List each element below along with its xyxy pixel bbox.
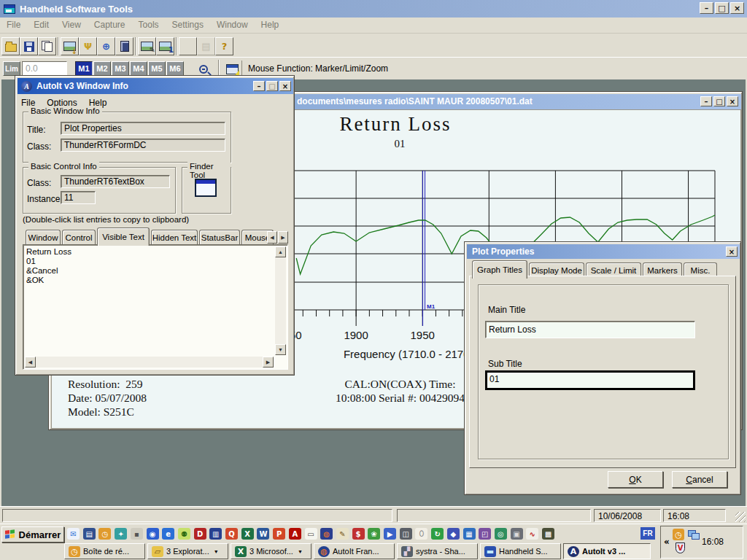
list-vscrollbar[interactable]: ▲ ▼ [275,246,286,355]
plot-info-button[interactable]: 1 [156,37,174,55]
help-button[interactable]: ? [215,37,233,55]
zoom-out-button[interactable] [194,61,213,77]
powerpoint-icon[interactable]: P [273,528,285,540]
tray-antivirus-icon[interactable]: V [676,542,685,553]
window-class-field[interactable]: ThunderRT6FormDC [61,139,225,152]
outlook-express-icon[interactable]: ✉ [67,528,80,540]
taskbar-button-2[interactable]: ▱3 Explorat...▼ [147,543,228,559]
word-icon[interactable]: W [257,528,269,540]
instance-field[interactable]: 11 [61,191,96,204]
start-button[interactable]: Démarrer [1,526,64,542]
capture-icon[interactable]: ▣ [511,528,523,540]
doc-restore-button[interactable]: □ [713,96,725,106]
doc-close-button[interactable]: × [727,96,738,106]
close-button[interactable]: × [730,2,744,14]
scroll-left-button[interactable]: ◀ [25,357,36,368]
main-title-input[interactable]: Return Loss [485,321,695,338]
visible-text-list[interactable]: Return Loss 01 &Cancel &OK ▲ ▼ ◀ ▶ [23,244,288,370]
paint-icon[interactable]: ✎ [336,528,349,540]
language-badge[interactable]: FR [640,527,655,540]
media-player-icon[interactable]: ◉ [147,528,159,540]
print-preview-button[interactable]: ▤ [197,37,215,55]
capture-trace-button[interactable]: ↓ [61,37,79,55]
money-icon[interactable]: $ [352,528,365,540]
autoit-tab-window[interactable]: Window [26,230,61,245]
list-hscrollbar[interactable]: ◀ ▶ [25,357,274,368]
marker-button-m3[interactable]: M3 [112,61,129,76]
tray-network-icon[interactable] [688,529,700,541]
tab-scroll-left[interactable]: ◀ [267,231,277,244]
antenna-tool-button[interactable]: Ψ [79,37,97,55]
autoit-close-button[interactable]: × [279,81,291,91]
scroll-down-button[interactable]: ▼ [275,344,286,355]
msn-icon[interactable]: ✦ [115,528,127,540]
print-button[interactable] [179,37,197,55]
messenger-icon[interactable]: ⚉ [178,528,190,540]
menu-edit[interactable]: Edit [27,18,55,32]
taskbar-button-6[interactable]: ▬Handheld S... [480,543,561,559]
nature-icon[interactable]: ❀ [368,528,380,540]
autoit-minimize-button[interactable]: – [253,81,265,91]
autoit-tab-control[interactable]: Control [62,230,96,245]
winamp-icon[interactable]: ◆ [447,528,460,540]
taskbar-button-3[interactable]: X3 Microsof...▼ [231,543,311,559]
taskbar-button-4[interactable]: ◍AutoIt Fran... [314,543,395,559]
tray-time[interactable]: 16:08 [702,537,724,547]
console-icon[interactable]: ▥ [209,528,222,540]
photo-icon[interactable]: ◰ [479,528,491,540]
autoit-maximize-button[interactable]: □ [266,81,278,91]
dwg-viewer-icon[interactable]: D [194,528,206,540]
menu-window[interactable]: Window [210,18,255,32]
taskbar-button-5[interactable]: ▞systra - Sha... [397,543,478,559]
ok-button[interactable]: OK [608,471,663,488]
taskbar-button-7[interactable]: AAutoIt v3 ... [563,543,651,559]
sub-title-input[interactable]: 01 [485,370,695,390]
marker-button-m4[interactable]: M4 [130,61,147,76]
scroll-right-button[interactable]: ▶ [263,357,274,368]
menu-view[interactable]: View [55,18,88,32]
internet-explorer-icon[interactable]: e [162,528,174,540]
egg-icon[interactable]: ⬯ [415,528,427,540]
minimize-button[interactable]: – [700,2,713,14]
player2-icon[interactable]: ▶ [384,528,396,540]
limit-value-input[interactable]: 0.0 [22,61,67,76]
globe-search-icon[interactable]: ◎ [495,528,507,540]
menu-settings[interactable]: Settings [166,18,210,32]
save-button[interactable] [20,37,38,55]
marker-button-m5[interactable]: M5 [148,61,166,76]
marker-button-m1[interactable]: M1 [75,61,93,76]
plot-properties-close-button[interactable]: × [726,246,738,257]
tray-clock-icon[interactable]: ◷ [673,529,684,540]
autoit-titlebar[interactable]: A AutoIt v3 Window Info – □ × [18,78,293,94]
resize-grip[interactable] [735,512,746,522]
autoit-tab-hidden-text[interactable]: Hidden Text [151,230,198,245]
menu-help[interactable]: Help [255,18,286,32]
tab-scroll-right[interactable]: ▶ [278,231,288,244]
window-title-field[interactable]: Plot Properties [61,122,225,135]
calendar-icon[interactable]: ▦ [463,528,476,540]
autoit-tab-statusbar[interactable]: StatusBar [199,230,240,245]
marker-button-m6[interactable]: M6 [166,61,184,76]
menu-tools[interactable]: Tools [132,18,166,32]
autoit-tab-visible-text[interactable]: Visible Text [97,228,150,246]
scroll-up-button[interactable]: ▲ [275,246,286,257]
menu-file[interactable]: File [0,18,27,32]
acrobat-icon[interactable]: A [289,528,301,540]
firefox-icon[interactable]: ◍ [320,528,333,540]
web-globe-button[interactable]: ⊕ [97,37,115,55]
calculator-button[interactable] [115,37,133,55]
excel-icon[interactable]: X [241,528,254,540]
maximize-button[interactable]: □ [715,2,729,14]
taskbar-button-1[interactable]: ◷Boîte de ré... [64,543,145,559]
menu-capture[interactable]: Capture [88,18,132,32]
finder-tool-handle[interactable] [195,179,217,197]
quicktime-icon[interactable]: Q [225,528,238,540]
doc-minimize-button[interactable]: – [700,96,712,106]
edit-plot-button[interactable]: ✎ [138,37,156,55]
plot-properties-titlebar[interactable]: Plot Properties × [467,244,740,259]
cancel-button[interactable]: Cancel [672,471,727,488]
show-desktop-icon[interactable]: ▤ [83,528,96,540]
copy-button[interactable] [38,37,56,55]
sync-icon[interactable]: ↻ [431,528,444,540]
control-class-field[interactable]: ThunderRT6TextBox [61,175,170,188]
